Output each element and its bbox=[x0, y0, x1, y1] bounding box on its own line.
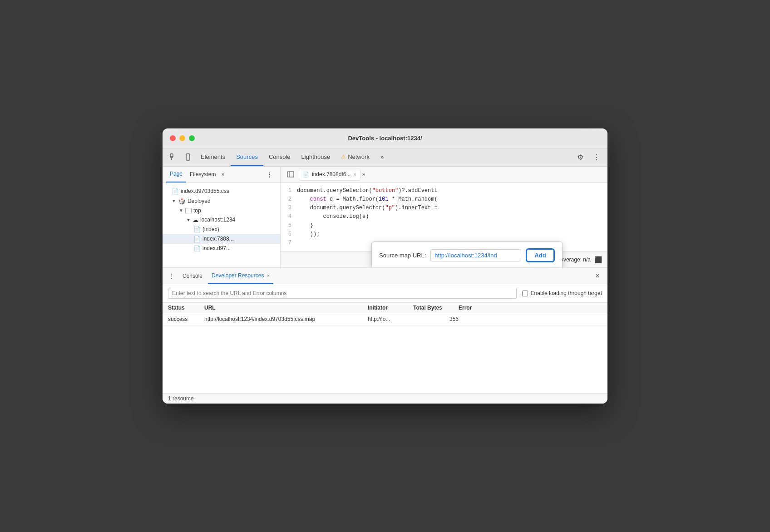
deployed-icon: 🎲 bbox=[178, 197, 186, 205]
left-panel: Page Filesystem » ⋮ 📄 index.d9703d55.css bbox=[163, 167, 281, 267]
search-input[interactable] bbox=[168, 288, 517, 299]
chevron-down-icon: ▼ bbox=[179, 208, 183, 213]
panel-tab-page[interactable]: Page bbox=[166, 167, 186, 183]
enable-loading-checkbox[interactable] bbox=[522, 291, 528, 296]
warning-icon: ⚠ bbox=[341, 153, 346, 160]
sourcemap-url-input[interactable] bbox=[430, 249, 521, 261]
code-line: 5 } bbox=[281, 222, 607, 230]
bottom-tab-more-options[interactable]: ⋮ bbox=[166, 271, 177, 281]
file-icon: 📄 bbox=[193, 226, 201, 233]
code-editor[interactable]: 1 document.querySelector("button")?.addE… bbox=[281, 183, 607, 251]
enable-loading-option: Enable loading through target bbox=[522, 290, 602, 296]
code-line: 6 )); bbox=[281, 230, 607, 239]
panel-tab-filesystem[interactable]: Filesystem bbox=[186, 167, 219, 183]
list-item[interactable]: 📄 index.d9703d55.css bbox=[163, 187, 280, 196]
svg-rect-3 bbox=[287, 172, 294, 177]
bottom-tab-console[interactable]: Console bbox=[179, 268, 206, 284]
traffic-lights bbox=[170, 135, 195, 141]
panel-tabs: Page Filesystem » ⋮ bbox=[163, 167, 280, 183]
editor-tab-more[interactable]: » bbox=[362, 171, 365, 177]
panel-actions: ⋮ bbox=[262, 167, 276, 182]
panel-more-options[interactable]: ⋮ bbox=[262, 167, 276, 182]
inspect-icon[interactable] bbox=[166, 150, 181, 164]
more-options-button[interactable]: ⋮ bbox=[589, 150, 604, 164]
file-css-icon: 📄 bbox=[193, 245, 201, 252]
top-tabs-right: ⚙ ⋮ bbox=[573, 150, 604, 164]
tab-sources[interactable]: Sources bbox=[231, 148, 263, 166]
minimize-button[interactable] bbox=[179, 135, 185, 141]
table-row[interactable]: success http://localhost:1234/index.d970… bbox=[163, 313, 607, 325]
top-tabs-bar: Elements Sources Console Lighthouse ⚠ Ne… bbox=[163, 148, 607, 167]
editor-tab-index[interactable]: 📄 index.7808df6... × bbox=[299, 168, 360, 181]
mobile-icon[interactable] bbox=[181, 150, 195, 164]
code-line: 4 console.log(e) bbox=[281, 212, 607, 221]
settings-button[interactable]: ⚙ bbox=[573, 150, 587, 164]
sourcemap-label: Source map URL: bbox=[379, 252, 426, 259]
table-header: Status URL Initiator Total Bytes Error bbox=[163, 303, 607, 313]
list-item[interactable]: ▼ 🎲 Deployed bbox=[163, 196, 280, 206]
list-item[interactable]: 📄 index.7808... bbox=[163, 234, 280, 244]
tab-elements[interactable]: Elements bbox=[195, 148, 231, 166]
maximize-button[interactable] bbox=[189, 135, 195, 141]
sourcemap-popup: Source map URL: Add bbox=[371, 241, 563, 267]
close-button[interactable] bbox=[170, 135, 176, 141]
sidebar-toggle-icon[interactable] bbox=[284, 168, 297, 181]
editor-tabs: 📄 index.7808df6... × » bbox=[281, 167, 607, 183]
close-tab-icon[interactable]: × bbox=[267, 273, 269, 278]
panel-tab-more[interactable]: » bbox=[221, 171, 224, 177]
search-bar: Enable loading through target bbox=[163, 284, 607, 303]
coverage-icon[interactable]: ⬛ bbox=[594, 256, 602, 263]
frame-icon bbox=[185, 208, 192, 213]
bottom-tabs: ⋮ Console Developer Resources × × bbox=[163, 268, 607, 284]
code-line: 2 const e = Math.floor(101 * Math.random… bbox=[281, 195, 607, 204]
file-tree: 📄 index.d9703d55.css ▼ 🎲 Deployed ▼ top bbox=[163, 183, 280, 267]
cloud-icon: ☁ bbox=[192, 217, 198, 223]
list-item[interactable]: ▼ top bbox=[163, 206, 280, 215]
sourcemap-add-button[interactable]: Add bbox=[526, 248, 554, 262]
svg-point-2 bbox=[188, 159, 188, 160]
list-item[interactable]: 📄 (index) bbox=[163, 225, 280, 234]
tab-console[interactable]: Console bbox=[263, 148, 296, 166]
chevron-down-icon: ▼ bbox=[186, 217, 191, 222]
code-line: 3 document.querySelector("p").innerText … bbox=[281, 204, 607, 212]
tab-more[interactable]: » bbox=[375, 148, 389, 166]
svg-rect-0 bbox=[170, 154, 173, 157]
close-tab-icon[interactable]: × bbox=[353, 172, 356, 177]
list-item[interactable]: ▼ ☁ localhost:1234 bbox=[163, 215, 280, 225]
devtools-window: DevTools - localhost:1234/ Elements Sour… bbox=[163, 128, 607, 404]
status-bar: 1 resource bbox=[163, 393, 607, 404]
close-panel-button[interactable]: × bbox=[591, 270, 604, 282]
right-panel: 📄 index.7808df6... × » 1 document.queryS… bbox=[281, 167, 607, 267]
tab-network[interactable]: ⚠ Network bbox=[336, 148, 375, 166]
code-line: 1 document.querySelector("button")?.addE… bbox=[281, 187, 607, 195]
titlebar: DevTools - localhost:1234/ bbox=[163, 128, 607, 148]
file-css-icon: 📄 bbox=[172, 188, 179, 195]
tab-lighthouse[interactable]: Lighthouse bbox=[296, 148, 336, 166]
window-title: DevTools - localhost:1234/ bbox=[348, 135, 422, 142]
chevron-down-icon: ▼ bbox=[172, 198, 176, 203]
file-icon: 📄 bbox=[303, 172, 309, 177]
bottom-panel: ⋮ Console Developer Resources × × Enable… bbox=[163, 267, 607, 404]
file-js-icon: 📄 bbox=[193, 236, 201, 242]
main-content: Page Filesystem » ⋮ 📄 index.d9703d55.css bbox=[163, 167, 607, 267]
bottom-tab-developer-resources[interactable]: Developer Resources × bbox=[208, 268, 273, 284]
table-empty-space bbox=[163, 325, 607, 393]
list-item[interactable]: 📄 index.d97... bbox=[163, 244, 280, 253]
